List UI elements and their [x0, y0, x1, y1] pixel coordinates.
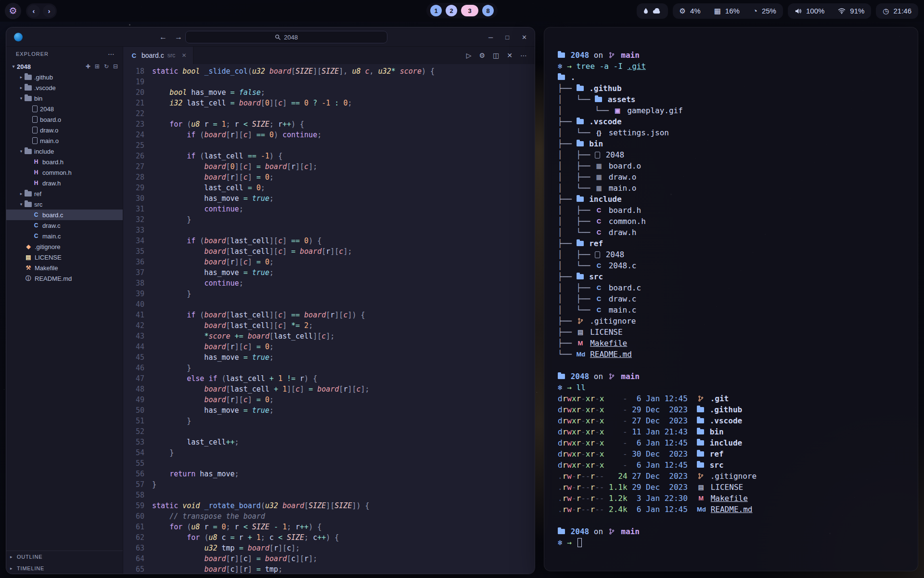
tab-board-c[interactable]: C board.c src ✕: [123, 47, 193, 64]
editor-titlebar[interactable]: ← → 2048 ─□✕: [6, 27, 535, 47]
explorer-item-.vscode[interactable]: ▸.vscode: [6, 82, 123, 93]
clock-widget[interactable]: ◷ 21:46: [876, 3, 918, 19]
terminal-line: 2048 on main: [558, 526, 904, 537]
history-back-button[interactable]: ←: [159, 33, 167, 41]
nav-prev-button[interactable]: ‹: [27, 5, 40, 17]
refresh-explorer-button[interactable]: ↻: [104, 63, 109, 70]
make-sb-icon: ⚒: [25, 264, 32, 271]
terminal-window[interactable]: 2048 on main❄ → tree -a -I .git .├── .gi…: [544, 27, 918, 571]
nav-button-group: ‹›: [26, 3, 57, 19]
explorer-item-.gitignore[interactable]: ◆.gitignore: [6, 241, 123, 252]
split-editor-button[interactable]: ◫: [493, 52, 499, 59]
search-icon: [275, 34, 281, 40]
close-editor-button[interactable]: ✕: [507, 52, 513, 59]
explorer-item-bin[interactable]: ▾bin: [6, 93, 123, 104]
explorer-item-draw.o[interactable]: draw.o: [6, 125, 123, 135]
settings-gear-button[interactable]: ⚙: [479, 52, 485, 59]
outline-panel[interactable]: ▸ OUTLINE: [6, 551, 123, 563]
explorer-item-ref[interactable]: ▸ref: [6, 188, 123, 199]
code-line: board[last_cell + 1][c] = board[r][c];: [152, 384, 535, 394]
line-number: 65: [123, 564, 144, 574]
explorer-item-board.o[interactable]: board.o: [6, 114, 123, 125]
command-center-search[interactable]: 2048: [185, 31, 387, 43]
minimize-button[interactable]: ─: [488, 34, 493, 41]
code-line: if (board[r][c] == 0) continue;: [152, 130, 535, 140]
c-file-icon: C: [595, 282, 603, 293]
nav-next-button[interactable]: ›: [43, 5, 55, 17]
code-line: static void _rotate_board(u32 board[SIZE…: [152, 500, 535, 511]
history-forward-button[interactable]: →: [175, 33, 182, 41]
workspace-2[interactable]: 2: [446, 5, 457, 16]
explorer-item-board.c[interactable]: Cboard.c: [6, 210, 123, 220]
explorer-item-main.c[interactable]: Cmain.c: [6, 231, 123, 241]
more-actions-button[interactable]: ⋯: [520, 52, 527, 59]
explorer-item-src[interactable]: ▾src: [6, 199, 123, 210]
code-editor[interactable]: 1819202122232425262728293031323334353637…: [123, 64, 535, 574]
explorer-item-2048[interactable]: 2048: [6, 104, 123, 114]
new-folder-button[interactable]: ⊞: [95, 63, 100, 70]
explorer-item-main.o[interactable]: main.o: [6, 135, 123, 146]
line-number: 60: [123, 511, 144, 522]
line-number: 61: [123, 522, 144, 532]
code-line: if (last_cell == -1) {: [152, 151, 535, 161]
line-number: 32: [123, 214, 144, 225]
explorer-root-folder[interactable]: ▾ 2048 ✚⊞↻⊟: [6, 61, 123, 72]
explorer-item-label: 2048: [40, 105, 54, 113]
c-file-icon: C: [595, 293, 603, 304]
line-number: 57: [123, 479, 144, 490]
maximize-button[interactable]: □: [505, 34, 509, 41]
json-file-icon: {}: [595, 127, 603, 138]
workspace-1[interactable]: 1: [430, 5, 442, 16]
folder-icon: [697, 440, 704, 446]
explorer-item-common.h[interactable]: Hcommon.h: [6, 167, 123, 178]
terminal-line: .rw-r--r-- 1.1k 29 Dec 2023 ▤ LICENSE: [558, 482, 904, 493]
run-code-button[interactable]: ▷: [466, 52, 472, 59]
terminal-line: drwxr-xr-x - 6 Jan 12:45 include: [558, 437, 904, 448]
folder-icon: [697, 407, 704, 412]
terminal-line: │ ├── C board.c: [558, 282, 904, 293]
file-icon: [595, 152, 600, 158]
explorer-item-include[interactable]: ▾include: [6, 146, 123, 157]
terminal-line: 2048 on main: [558, 371, 904, 382]
explorer-item-README.md[interactable]: ⓘREADME.md: [6, 273, 123, 284]
explorer-more-button[interactable]: ⋯: [108, 50, 115, 58]
explorer-item-draw.c[interactable]: Cdraw.c: [6, 220, 123, 231]
c-file-icon: C: [595, 260, 603, 271]
line-number: 33: [123, 225, 144, 236]
close-button[interactable]: ✕: [522, 34, 527, 41]
code-line: has_move = true;: [152, 193, 535, 204]
explorer-item-LICENSE[interactable]: ▤LICENSE: [6, 252, 123, 263]
explorer-item-label: board.o: [40, 116, 61, 123]
terminal-line: [558, 515, 904, 526]
outline-panel-label: OUTLINE: [17, 554, 42, 560]
line-number: 26: [123, 151, 144, 161]
explorer-actions: ✚⊞↻⊟: [86, 63, 123, 70]
line-number: 36: [123, 257, 144, 267]
explorer-item-Makefile[interactable]: ⚒Makefile: [6, 263, 123, 273]
workspace-8[interactable]: 8: [482, 5, 494, 16]
clock-icon: ◷: [883, 7, 889, 15]
tab-close-icon[interactable]: ✕: [181, 52, 186, 59]
code-pane: static bool _slide_col(u32 board[SIZE][S…: [152, 66, 535, 574]
wifi-icon: [838, 8, 846, 14]
collapse-folders-button[interactable]: ⊟: [113, 63, 118, 70]
workspace-3[interactable]: 3: [461, 5, 478, 16]
explorer-item-draw.h[interactable]: Hdraw.h: [6, 178, 123, 188]
folder-icon: [697, 418, 704, 423]
code-line: for (u8 c = r + 1; c < SIZE; c++) {: [152, 532, 535, 543]
weather-widget[interactable]: [637, 3, 668, 19]
book-icon: ▤: [697, 482, 705, 493]
c-file-icon: C: [32, 211, 40, 218]
volume-level: 100%: [806, 7, 824, 15]
line-number: 25: [123, 140, 144, 151]
audio-network-widget[interactable]: 100% 91%: [788, 3, 871, 19]
explorer-item-board.h[interactable]: Hboard.h: [6, 157, 123, 167]
explorer-item-.github[interactable]: ▸.github: [6, 72, 123, 82]
terminal-line: 2048 on main: [558, 50, 904, 61]
system-stats-widget[interactable]: ⚙ 4% ▦ 16% ◔ 25%: [673, 3, 783, 19]
launcher-button[interactable]: ⚙: [5, 3, 21, 19]
terminal-line: ❄ → tree -a -I .git: [558, 61, 904, 72]
chevron-down-icon: ▾: [18, 202, 25, 207]
timeline-panel[interactable]: ▸ TIMELINE: [6, 563, 123, 574]
new-file-button[interactable]: ✚: [86, 63, 90, 70]
